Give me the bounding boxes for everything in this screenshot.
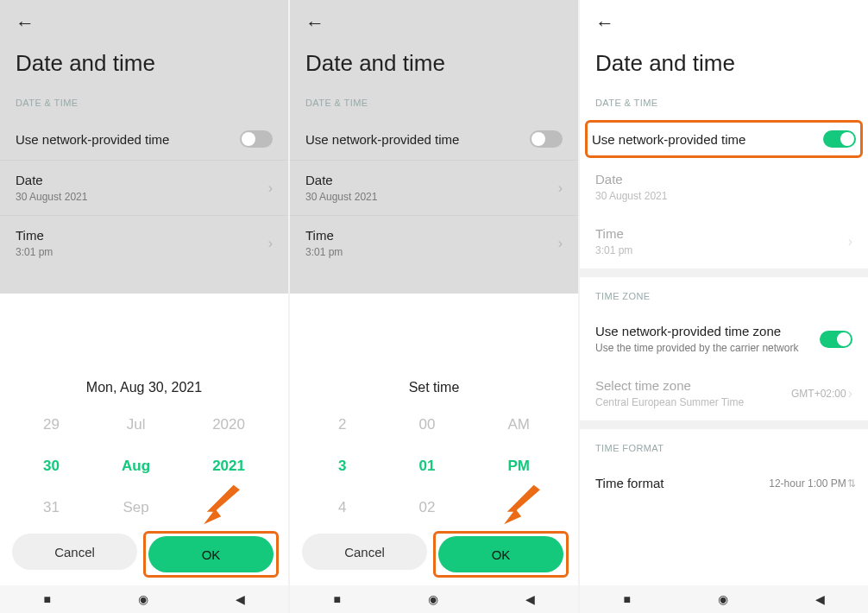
gmt-value: GMT+02:00 xyxy=(791,388,846,400)
time-picker-sheet: Set time 2 3 4 00 01 02 AM PM xyxy=(290,361,578,585)
use-network-time-toggle[interactable] xyxy=(240,130,273,148)
date-picker[interactable]: 29 30 31 Jul Aug Sep 2020 2021 xyxy=(12,416,276,516)
updown-icon: ⇅ xyxy=(848,477,852,490)
android-navbar: ■ ◉ ◀ xyxy=(290,585,578,613)
picker-val: 00 xyxy=(419,416,436,433)
time-format-row[interactable]: Time format 12-hour 1:00 PM ⇅ xyxy=(580,464,868,502)
picker-val-selected: 3 xyxy=(338,458,346,475)
select-tz-row: Select time zone Central European Summer… xyxy=(580,366,868,420)
picker-val: Sep xyxy=(123,499,148,516)
time-value: 3:01 pm xyxy=(595,244,848,256)
time-format-value: 12-hour 1:00 PM xyxy=(769,477,846,490)
back-nav-icon[interactable]: ◀ xyxy=(525,592,535,606)
time-picker[interactable]: 2 3 4 00 01 02 AM PM xyxy=(302,416,566,516)
arrow-icon xyxy=(202,483,242,527)
picker-val-selected: 30 xyxy=(43,458,60,475)
back-icon[interactable]: ← xyxy=(305,12,324,34)
date-label: Date xyxy=(16,173,268,187)
home-icon[interactable]: ◉ xyxy=(138,592,148,606)
back-icon[interactable]: ← xyxy=(16,12,35,34)
chevron-right-icon: › xyxy=(848,386,852,401)
use-network-time-row[interactable]: Use network-provided time xyxy=(580,118,868,160)
time-label: Time xyxy=(16,228,268,243)
section-date-time: DATE & TIME xyxy=(290,94,578,118)
select-tz-sub: Central European Summer Time xyxy=(595,396,791,408)
page-title: Date and time xyxy=(290,41,578,94)
date-row[interactable]: Date 30 August 2021 › xyxy=(0,161,288,216)
date-label: Date xyxy=(305,173,558,187)
picker-val: AM xyxy=(507,416,530,433)
chevron-right-icon: › xyxy=(268,180,273,196)
use-network-tz-toggle[interactable] xyxy=(820,331,852,348)
picker-val-selected: 2021 xyxy=(212,458,245,475)
cancel-button[interactable]: Cancel xyxy=(302,534,427,570)
time-row[interactable]: Time 3:01 pm › xyxy=(0,216,288,270)
use-network-time-row[interactable]: Use network-provided time xyxy=(0,118,288,161)
picker-val: 2 xyxy=(338,416,346,433)
picker-val-selected: PM xyxy=(507,458,530,475)
section-time-format: TIME FORMAT xyxy=(580,429,868,464)
arrow-icon xyxy=(502,483,542,527)
use-network-tz-row[interactable]: Use network-provided time zone Use the t… xyxy=(580,312,868,366)
time-row: Time 3:01 pm › xyxy=(580,214,868,269)
recent-apps-icon[interactable]: ■ xyxy=(43,592,50,606)
time-label: Time xyxy=(595,226,848,241)
android-navbar: ■ ◉ ◀ xyxy=(0,585,288,613)
use-network-time-label: Use network-provided time xyxy=(16,132,240,147)
date-value: 30 August 2021 xyxy=(16,191,268,203)
time-format-label: Time format xyxy=(595,476,769,490)
chevron-right-icon: › xyxy=(558,236,563,251)
home-icon[interactable]: ◉ xyxy=(428,592,438,606)
use-network-time-row[interactable]: Use network-provided time xyxy=(290,118,578,161)
cancel-button[interactable]: Cancel xyxy=(12,534,137,570)
day-column[interactable]: 29 30 31 xyxy=(43,416,60,516)
home-icon[interactable]: ◉ xyxy=(718,592,728,606)
picker-val-selected: Aug xyxy=(122,458,150,475)
section-date-time: DATE & TIME xyxy=(580,94,868,118)
use-network-time-toggle[interactable] xyxy=(530,130,563,148)
picker-val: 4 xyxy=(338,499,346,516)
time-value: 3:01 pm xyxy=(16,246,268,258)
use-network-tz-label: Use network-provided time zone xyxy=(595,324,820,338)
date-label: Date xyxy=(595,172,852,186)
use-network-time-label: Use network-provided time xyxy=(305,132,530,147)
month-column[interactable]: Jul Aug Sep xyxy=(122,416,150,516)
recent-apps-icon[interactable]: ■ xyxy=(623,592,630,606)
use-network-time-label: Use network-provided time xyxy=(592,132,823,147)
picker-val: 2020 xyxy=(212,416,245,433)
use-network-time-toggle[interactable] xyxy=(823,130,856,148)
android-navbar: ■ ◉ ◀ xyxy=(580,585,868,613)
select-tz-label: Select time zone xyxy=(595,378,791,393)
date-row: Date 30 August 2021 xyxy=(580,160,868,214)
date-value: 30 August 2021 xyxy=(305,191,558,203)
date-row[interactable]: Date 30 August 2021 › xyxy=(290,161,578,216)
chevron-right-icon: › xyxy=(848,234,852,250)
time-row[interactable]: Time 3:01 pm › xyxy=(290,216,578,270)
sheet-title: Mon, Aug 30, 2021 xyxy=(12,380,276,395)
ok-button[interactable]: OK xyxy=(438,536,563,572)
ok-button[interactable]: OK xyxy=(148,536,274,572)
sheet-title: Set time xyxy=(302,380,566,395)
time-value: 3:01 pm xyxy=(305,246,558,258)
date-picker-sheet: Mon, Aug 30, 2021 29 30 31 Jul Aug Sep 2… xyxy=(0,361,288,585)
picker-val-selected: 01 xyxy=(419,458,436,475)
date-value: 30 August 2021 xyxy=(595,190,852,202)
picker-val: 02 xyxy=(419,499,436,516)
chevron-right-icon: › xyxy=(268,236,273,251)
picker-val: 31 xyxy=(43,499,60,516)
back-nav-icon[interactable]: ◀ xyxy=(236,592,245,606)
section-time-zone: TIME ZONE xyxy=(580,277,868,312)
minute-column[interactable]: 00 01 02 xyxy=(419,416,436,516)
back-nav-icon[interactable]: ◀ xyxy=(815,592,825,606)
chevron-right-icon: › xyxy=(558,180,563,196)
use-network-tz-sub: Use the time provided by the carrier net… xyxy=(595,342,820,354)
page-title: Date and time xyxy=(0,41,288,94)
hour-column[interactable]: 2 3 4 xyxy=(338,416,346,516)
back-icon[interactable]: ← xyxy=(595,12,614,34)
picker-val: 29 xyxy=(43,416,60,433)
picker-val: Jul xyxy=(127,416,146,433)
section-date-time: DATE & TIME xyxy=(0,94,288,118)
page-title: Date and time xyxy=(580,41,868,94)
recent-apps-icon[interactable]: ■ xyxy=(333,592,340,606)
time-label: Time xyxy=(305,228,558,243)
